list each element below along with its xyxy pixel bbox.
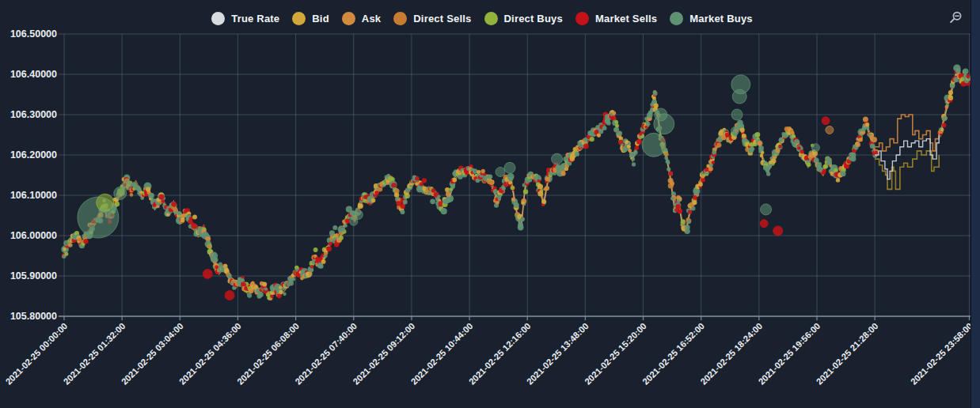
market_buys-point (528, 178, 532, 182)
market_buys-point (598, 129, 603, 134)
bid-point (761, 151, 764, 154)
bid-point (740, 128, 745, 133)
x-tick-label: 2021-02-25 01:32:00 (62, 321, 127, 387)
true-step-line (875, 135, 939, 179)
direct_buys-point (313, 247, 318, 252)
market_sells-point (712, 161, 715, 164)
bid-point (836, 178, 840, 182)
direct_buys-bubble (97, 194, 114, 211)
market_sells-point (636, 139, 642, 145)
legend-label: True Rate (231, 13, 279, 25)
bid-point (948, 90, 953, 95)
market_buys-point (653, 91, 658, 96)
bid-point (63, 247, 66, 251)
zoom-reset-icon[interactable] (947, 9, 964, 27)
market_buys-point (509, 177, 514, 182)
market_buys-bubble (123, 180, 132, 190)
legend-item-market_sells[interactable]: Market Sells (575, 12, 657, 25)
ask-point (628, 149, 632, 153)
market_sells-point (400, 204, 405, 210)
market_buys-point (670, 197, 674, 200)
market_buys-point (258, 292, 264, 297)
ask-point (309, 272, 313, 276)
x-tick-label: 2021-02-25 12:16:00 (467, 321, 533, 387)
x-tick-label: 2021-02-25 10:44:00 (409, 321, 475, 387)
market_buys-bubble (655, 108, 667, 121)
bid-point (262, 281, 267, 286)
market_buys-point (518, 222, 523, 228)
magnifier-icon (947, 9, 964, 27)
x-tick-label: 2021-02-25 00:00:00 (4, 321, 70, 387)
bid-point (146, 187, 150, 191)
market_buys-point (520, 217, 525, 221)
market_buys-point (401, 210, 405, 214)
market_buys-point (632, 162, 636, 166)
bid-line (64, 73, 969, 297)
market_buys-point (602, 126, 607, 130)
market_buys-bubble (642, 133, 666, 157)
plot-area (61, 64, 973, 300)
market_buys-point (488, 175, 492, 179)
x-tick-label: 2021-02-25 03:04:00 (120, 321, 185, 387)
price-scatter-chart[interactable]: 106.50000106.40000106.30000106.20000106.… (0, 0, 980, 408)
legend-label: Bid (312, 13, 329, 25)
market_buys-point (870, 144, 876, 149)
market_sells-point (688, 210, 692, 213)
ask-point (68, 243, 73, 247)
market_buys-point (816, 162, 822, 168)
market_buys-point (430, 198, 435, 204)
legend-item-direct_buys[interactable]: Direct Buys (484, 12, 563, 25)
ask-swatch-icon (342, 12, 355, 25)
true_rate-line (64, 70, 969, 295)
market_buys-point (514, 202, 519, 208)
bid-point (192, 214, 197, 219)
market_buys-point (955, 68, 961, 74)
bid-point (452, 178, 457, 183)
market_sells-point (334, 242, 339, 247)
bid-point (542, 199, 546, 203)
ask-point (856, 142, 860, 147)
market_buys-point (264, 288, 268, 291)
market_buys-point (827, 161, 832, 165)
market_sells-point (329, 242, 332, 246)
market_buys-point (340, 227, 345, 232)
market_sells-point (705, 168, 708, 172)
legend-item-bid[interactable]: Bid (292, 12, 329, 25)
direct_buys-point (590, 137, 594, 142)
legend-item-true_rate[interactable]: True Rate (211, 12, 279, 25)
market_buys-bubble (732, 89, 746, 104)
x-tick-label: 2021-02-25 18:24:00 (698, 321, 764, 387)
market_buys-point (332, 225, 337, 230)
market_buys-bubble (504, 162, 515, 173)
bid-point (627, 145, 631, 149)
market_sells-point (415, 176, 420, 181)
market_sells-point (942, 123, 947, 128)
ask-point (561, 171, 566, 176)
ask-point (758, 141, 763, 146)
y-tick-label: 106.50000 (10, 28, 57, 40)
market_buys-point (664, 157, 668, 161)
legend-item-direct_sells[interactable]: Direct Sells (393, 12, 471, 25)
ask-point (511, 198, 515, 202)
legend-item-ask[interactable]: Ask (342, 12, 381, 25)
y-tick-label: 106.10000 (10, 190, 57, 201)
ask-line (64, 68, 969, 293)
bid-point (180, 218, 185, 223)
direct_buys-swatch-icon (484, 12, 498, 25)
market_sells-bubble (225, 291, 234, 300)
market_buys-point (950, 84, 955, 89)
market_sells-point (422, 178, 427, 183)
market_sells-point (583, 143, 589, 149)
market_buys-point (606, 121, 611, 126)
market_buys-bubble (731, 127, 739, 134)
market_buys-point (851, 153, 857, 158)
ask-step-line (875, 115, 939, 151)
market_sells-point (778, 145, 782, 149)
market_sells-point (420, 182, 424, 186)
legend-label: Market Buys (689, 13, 753, 25)
direct_buys-point (615, 124, 619, 128)
market_sells-point (161, 199, 165, 203)
legend-item-market_buys[interactable]: Market Buys (670, 12, 753, 25)
market_sells-point (800, 149, 804, 153)
market_sells-point (326, 247, 330, 251)
